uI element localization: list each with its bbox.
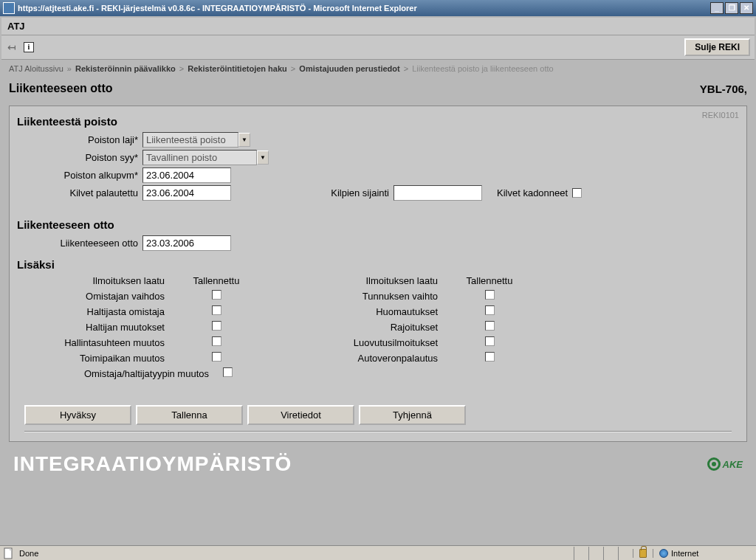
remarks-checkbox[interactable] <box>485 305 495 315</box>
close-button[interactable]: ✕ <box>740 2 753 14</box>
page-icon <box>3 547 15 559</box>
extras-item-label: Toimipaikan muutos <box>17 353 187 364</box>
extras-item-label: Hallintasuhteen muutos <box>17 337 187 348</box>
ie-icon <box>3 2 15 14</box>
extras-item-label: Haltijasta omistaja <box>17 306 187 317</box>
restrictions-checkbox[interactable] <box>485 321 495 331</box>
breadcrumb: ATJ Aloitussivu » Rekisteröinnin päävali… <box>1 60 755 77</box>
intake-date-label: Liikenteeseen otto <box>17 238 142 249</box>
holder-to-owner-checkbox[interactable] <box>212 305 221 315</box>
transfer-notices-checkbox[interactable] <box>485 336 495 346</box>
back-icon[interactable]: ↤ <box>6 41 18 53</box>
intake-date-input[interactable] <box>142 235 231 251</box>
extras-item-label: Omistajan vaihdos <box>17 291 187 302</box>
status-text: Done <box>18 549 574 558</box>
extras-col-saved: Tallennettu <box>187 275 246 286</box>
cartax-refund-checkbox[interactable] <box>485 352 495 362</box>
ake-logo: AKE <box>707 457 743 471</box>
removal-type-label: Poiston laji* <box>17 134 142 145</box>
removal-type-select[interactable] <box>142 132 238 148</box>
extras-item-label: Haltijan muutokset <box>17 322 187 333</box>
logo-ring-icon <box>707 457 721 471</box>
extras-col-quality: Ilmoituksen laatu <box>290 275 460 286</box>
section-intake-title: Liikenteeseen otto <box>17 218 739 231</box>
details-button[interactable]: Viretiedot <box>247 405 354 425</box>
globe-icon <box>659 549 668 558</box>
owner-change-checkbox[interactable] <box>212 290 221 300</box>
plates-lost-label: Kilvet kadonneet <box>497 187 568 198</box>
plates-location-label: Kilpien sijainti <box>312 187 394 198</box>
plates-returned-input[interactable] <box>142 185 231 201</box>
plates-location-input[interactable] <box>394 185 482 201</box>
page-heading: Liikenteeseen otto YBL-706, <box>1 77 755 103</box>
control-change-checkbox[interactable] <box>212 336 221 346</box>
plate-number: YBL-706, <box>700 83 747 95</box>
info-icon[interactable]: i <box>24 42 34 52</box>
extras-item-label: Tunnuksen vaihto <box>290 291 460 302</box>
extras-left-column: Ilmoituksen laatu Tallennettu Omistajan … <box>17 275 246 383</box>
save-button[interactable]: Tallenna <box>136 405 243 425</box>
breadcrumb-item[interactable]: Rekisteröinnin päävalikko <box>75 64 176 73</box>
window-controls: _ ❐ ✕ <box>710 2 753 14</box>
plates-lost-checkbox[interactable] <box>572 188 582 198</box>
removal-reason-label: Poiston syy* <box>17 152 142 163</box>
content-panel: REKI0101 Liikenteestä poisto Poiston laj… <box>9 106 747 442</box>
statusbar: Done Internet <box>0 545 756 560</box>
removal-start-input[interactable] <box>142 167 231 183</box>
extras-item-label: Omistaja/haltijatyypin muutos <box>17 368 209 379</box>
panel-code: REKI0101 <box>702 111 739 120</box>
clear-button[interactable]: Tyhjennä <box>359 405 466 425</box>
chevron-down-icon[interactable]: ▼ <box>257 151 269 165</box>
extras-item-label: Rajoitukset <box>290 322 460 333</box>
site-change-checkbox[interactable] <box>212 352 221 362</box>
footer: INTEGRAATIOYMPÄRISTÖ AKE <box>1 442 755 482</box>
holder-changes-checkbox[interactable] <box>212 321 221 331</box>
extras-col-saved: Tallennettu <box>460 275 519 286</box>
security-zone: Internet <box>671 549 698 558</box>
extras-col-quality: Ilmoituksen laatu <box>17 275 187 286</box>
breadcrumb-item[interactable]: Rekisteröintitietojen haku <box>188 64 286 73</box>
plates-returned-label: Kilvet palautettu <box>17 187 142 198</box>
breadcrumb-item[interactable]: Omistajuuden perustiedot <box>299 64 399 73</box>
window-titlebar: https://atjtesti.ake.fi - REKI-järjestel… <box>0 0 756 16</box>
app-name: ATJ <box>7 21 25 32</box>
removal-reason-select[interactable] <box>142 150 257 165</box>
breadcrumb-item-current: Liikenteestä poisto ja liikenteeseen ott… <box>412 64 553 73</box>
minimize-button[interactable]: _ <box>710 2 724 14</box>
button-bar: Hyväksy Tallenna Viretiedot Tyhjennä <box>17 405 739 425</box>
extras-right-column: Ilmoituksen laatu Tallennettu Tunnuksen … <box>290 275 519 383</box>
toolbar: ↤ i Sulje REKI <box>1 35 755 60</box>
extras-item-label: Autoveronpalautus <box>290 353 460 364</box>
approve-button[interactable]: Hyväksy <box>24 405 131 425</box>
restore-button[interactable]: ❐ <box>725 2 738 14</box>
page-title: Liikenteeseen otto <box>9 82 700 95</box>
section-removal-title: Liikenteestä poisto <box>17 115 739 128</box>
id-change-checkbox[interactable] <box>485 290 495 300</box>
chevron-down-icon[interactable]: ▼ <box>238 133 250 147</box>
extras-item-label: Huomautukset <box>290 306 460 317</box>
close-reki-button[interactable]: Sulje REKI <box>684 38 750 56</box>
section-extras-title: Lisäksi <box>17 258 739 271</box>
environment-label: INTEGRAATIOYMPÄRISTÖ <box>13 452 707 476</box>
window-title: https://atjtesti.ake.fi - REKI-järjestel… <box>18 4 710 13</box>
lock-icon <box>639 549 647 558</box>
owner-holder-type-checkbox[interactable] <box>223 367 233 377</box>
extras-item-label: Luovutusilmoitukset <box>290 337 460 348</box>
menubar: ATJ <box>1 18 755 35</box>
breadcrumb-item[interactable]: ATJ Aloitussivu <box>9 64 63 73</box>
removal-start-label: Poiston alkupvm* <box>17 170 142 181</box>
